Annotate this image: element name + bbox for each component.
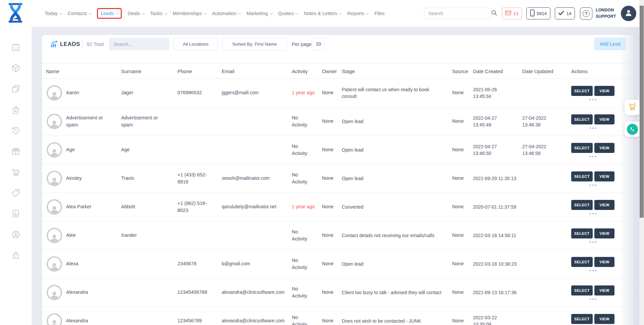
lead-row: Alea Parker Abbott +1 (862) 518- 8023 qa… [42, 193, 634, 221]
nav-today[interactable]: Today [45, 11, 62, 16]
more-options-icon[interactable] [571, 127, 614, 129]
vertical-scrollbar[interactable] [639, 0, 644, 325]
scrollbar-thumb[interactable] [640, 6, 644, 218]
select-button[interactable]: SELECT [571, 86, 593, 96]
lead-activity: No Activity [292, 171, 322, 185]
lead-date-created: 2022-03-18 10:38:23 [473, 261, 522, 267]
right-panel-shadow [619, 27, 639, 325]
select-button[interactable]: SELECT [571, 285, 593, 295]
lead-activity: No Activity [292, 314, 322, 325]
lead-row: Age Age No Activity None Open lead None … [42, 136, 634, 164]
lead-date-created: 2022-04-27 13:46:50 [473, 143, 522, 157]
more-options-icon[interactable] [571, 156, 614, 157]
sort-filter-dropdown[interactable]: Sorted By: First Name [222, 38, 287, 50]
lead-activity: 1 year ago [292, 203, 322, 210]
history-icon[interactable] [11, 126, 20, 135]
select-button[interactable]: SELECT [571, 114, 593, 124]
price-tag-icon[interactable] [11, 188, 20, 198]
select-button[interactable]: SELECT [571, 200, 593, 210]
lead-stage: Does not wish to be contacted - JUNK [342, 318, 452, 324]
leads-search [109, 38, 169, 50]
gift-icon[interactable] [11, 147, 20, 156]
chevron-down-icon [238, 11, 241, 15]
more-options-icon[interactable] [571, 99, 614, 100]
nav-quotes[interactable]: Quotes [278, 11, 298, 16]
shopping-bag-icon[interactable] [11, 105, 20, 114]
more-options-icon[interactable] [571, 270, 614, 271]
more-options-icon[interactable] [571, 299, 614, 300]
more-options-icon[interactable] [571, 241, 614, 243]
lead-name: Aaron [66, 89, 121, 96]
view-button[interactable]: VIEW [594, 314, 614, 324]
view-button[interactable]: VIEW [594, 285, 614, 295]
select-button[interactable]: SELECT [571, 314, 593, 324]
nav-marketing[interactable]: Marketing [247, 11, 272, 16]
lead-phone: 12345456788 [177, 289, 222, 296]
global-search-input[interactable] [424, 11, 491, 16]
lead-source: None [452, 89, 473, 96]
lead-row: Alexandra 12345456788 alexandra@clinicso… [42, 278, 634, 307]
mail-badge[interactable]: 13 [502, 7, 522, 19]
location-filter-dropdown[interactable]: All Locations [173, 38, 218, 50]
lead-stage: Open lead [342, 118, 452, 125]
select-button[interactable]: SELECT [571, 171, 593, 181]
question-mark-icon: ? [583, 10, 590, 17]
calendar-12-icon[interactable]: 12 [11, 43, 20, 52]
nav-memberships[interactable]: Memberships [173, 11, 206, 16]
nav-contacts[interactable]: Contacts [68, 11, 91, 16]
lead-row: Advertisement or spam Advertisement or s… [42, 107, 634, 136]
lead-name: Alexa [66, 260, 121, 267]
copy-icon[interactable] [11, 84, 20, 94]
view-button[interactable]: VIEW [594, 143, 614, 153]
view-button[interactable]: VIEW [594, 114, 614, 124]
tasks-badge[interactable]: 14 [555, 7, 575, 19]
user-avatar[interactable] [621, 6, 636, 21]
lead-name: Alexandra [66, 317, 121, 324]
column-header-owner: Owner [322, 68, 342, 74]
phone-badge[interactable]: 5914 [526, 7, 550, 19]
nav-automation[interactable]: Automation [212, 11, 241, 16]
table-body: Aaron Jager 076986532 jggers@maill.com 1… [42, 79, 634, 325]
search-icon[interactable] [491, 10, 497, 17]
select-button[interactable]: SELECT [571, 257, 593, 267]
select-button[interactable]: SELECT [571, 228, 593, 238]
lead-avatar [42, 85, 66, 101]
help-button[interactable]: ? [580, 7, 592, 20]
package-icon[interactable] [11, 63, 20, 73]
report-icon[interactable] [11, 209, 20, 218]
nav-reports[interactable]: Reports [347, 11, 369, 16]
nav-leads[interactable]: Leads [97, 8, 122, 19]
lead-source: None [452, 146, 473, 153]
nav-notes-letters[interactable]: Notes & Letters [304, 11, 341, 16]
lead-stage: Client too busy to talk - advised they w… [342, 289, 452, 296]
more-options-icon[interactable] [571, 184, 614, 186]
view-button[interactable]: VIEW [594, 86, 614, 96]
view-button[interactable]: VIEW [594, 171, 614, 181]
view-button[interactable]: VIEW [594, 228, 614, 238]
lead-row: Alexandra 123456789 alexandra@clinicsoft… [42, 307, 634, 325]
view-button[interactable]: VIEW [594, 200, 614, 210]
lead-email: jggers@maill.com [222, 90, 292, 96]
lock-icon[interactable] [11, 251, 20, 260]
per-page-input[interactable] [312, 38, 325, 50]
lead-email: alexandra@clinicsoftware.com [222, 318, 292, 324]
view-button[interactable]: VIEW [594, 257, 614, 267]
nav-deals[interactable]: Deals [127, 11, 144, 16]
leads-total-count: 82 Total [87, 42, 104, 47]
nav-files[interactable]: Files [374, 11, 385, 16]
cart-icon[interactable] [11, 167, 20, 177]
lead-activity: No Activity [292, 114, 322, 128]
lead-row: Aaron Jager 076986532 jggers@maill.com 1… [42, 79, 634, 107]
account-icon[interactable] [11, 230, 20, 239]
lead-owner: None [322, 289, 342, 296]
more-options-icon[interactable] [571, 213, 614, 214]
leads-search-input[interactable] [109, 42, 175, 47]
app-logo-hourglass-icon[interactable] [5, 3, 26, 24]
nav-tasks[interactable]: Tasks [150, 11, 167, 16]
select-button[interactable]: SELECT [571, 143, 593, 153]
lead-avatar [42, 285, 66, 300]
call-widget-button[interactable] [625, 121, 640, 137]
lead-date-created: 2021-09-13 16:17:36 [473, 289, 522, 296]
cart-widget-button[interactable] [625, 100, 640, 115]
chevron-down-icon [142, 11, 145, 15]
